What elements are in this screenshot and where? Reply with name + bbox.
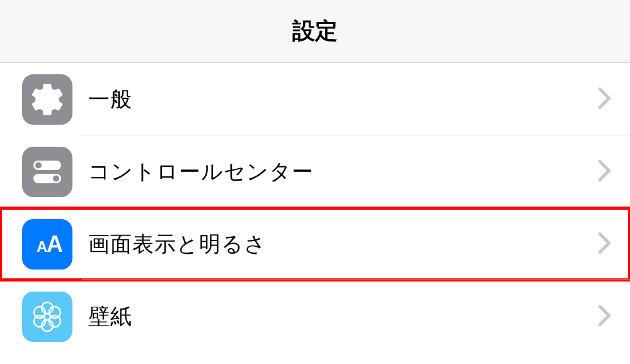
svg-point-1 (35, 162, 42, 168)
nav-header: 設定 (0, 0, 630, 63)
page-title: 設定 (292, 16, 338, 47)
settings-row-wallpaper[interactable]: 壁紙 (0, 280, 630, 353)
row-label-control-center: コントロールセンター (88, 157, 598, 186)
row-label-wallpaper: 壁紙 (88, 302, 598, 331)
toggle-switches-icon (22, 147, 72, 197)
gear-icon (22, 74, 72, 125)
settings-row-control-center[interactable]: コントロールセンター (0, 135, 630, 208)
svg-point-3 (53, 175, 59, 181)
flower-icon (22, 292, 72, 342)
chevron-right-icon (598, 232, 611, 256)
settings-row-general[interactable]: 一般 (0, 63, 630, 135)
chevron-right-icon (598, 305, 611, 329)
settings-list: 一般 コントロールセンター A A 画面表示と明るさ (0, 63, 630, 353)
settings-row-display-brightness[interactable]: A A 画面表示と明るさ (0, 208, 630, 280)
row-label-general: 一般 (88, 85, 598, 114)
chevron-right-icon (598, 88, 611, 111)
text-size-icon: A A (22, 219, 72, 270)
svg-text:A: A (37, 238, 47, 255)
chevron-right-icon (598, 160, 611, 184)
row-label-display-brightness: 画面表示と明るさ (88, 230, 598, 259)
svg-text:A: A (47, 231, 63, 257)
